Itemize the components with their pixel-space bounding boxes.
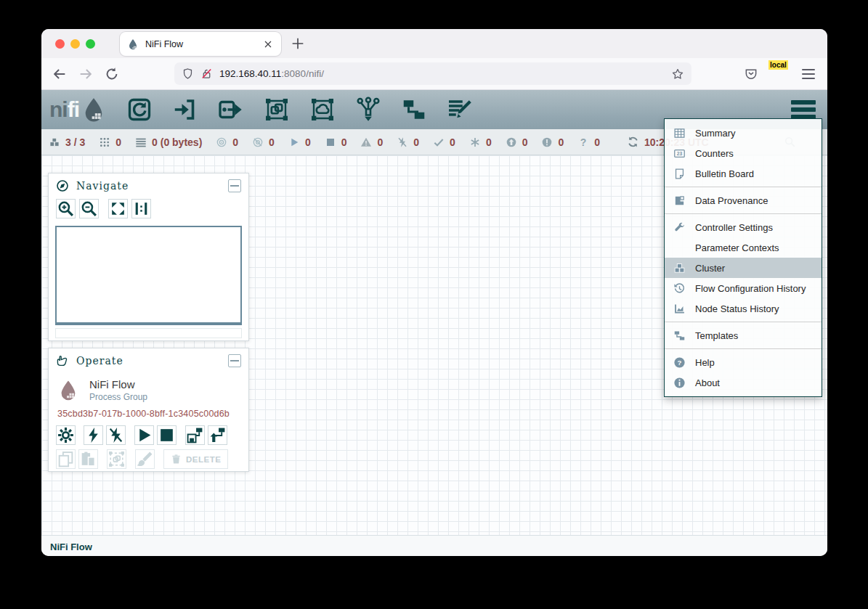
url-text: 192.168.40.11:8080/nifi/ <box>219 68 671 79</box>
zoom-out-button[interactable] <box>79 199 99 218</box>
profile-avatar[interactable]: local <box>773 67 787 81</box>
processor-icon[interactable] <box>126 97 153 123</box>
menu-item-label: Cluster <box>695 263 725 274</box>
delete-button[interactable]: DELETE <box>163 449 228 469</box>
funnel-icon[interactable] <box>355 97 381 123</box>
minimize-window-button[interactable] <box>70 39 80 49</box>
menu-divider <box>665 187 822 187</box>
global-menu-button[interactable] <box>791 100 816 119</box>
stop-button[interactable] <box>157 425 177 445</box>
menu-item-cluster[interactable]: Cluster <box>665 258 822 278</box>
status-disabled: 0 <box>397 136 419 148</box>
status-queued: 0 (0 bytes) <box>135 136 202 148</box>
menu-item-data-provenance[interactable]: Data Provenance <box>665 190 822 211</box>
status-stale: 0 <box>506 136 528 148</box>
status-sync-failure-count: 0 <box>594 136 600 148</box>
menu-item-parameter-contexts[interactable]: Parameter Contexts <box>665 237 822 258</box>
close-window-button[interactable] <box>55 39 65 49</box>
process-group-icon[interactable] <box>264 97 290 123</box>
menu-item-flow-configuration-history[interactable]: Flow Configuration History <box>665 278 822 298</box>
menu-item-summary[interactable]: Summary <box>665 123 822 143</box>
operate-collapse-button[interactable] <box>228 354 241 367</box>
process-group-droplet-icon <box>57 378 79 402</box>
shield-icon[interactable] <box>182 68 194 80</box>
tab-close-icon[interactable] <box>262 38 274 50</box>
label-icon[interactable] <box>447 97 473 123</box>
forward-button[interactable] <box>78 66 94 82</box>
browser-tab[interactable]: NiFi Flow <box>120 32 281 56</box>
remote-process-group-icon[interactable] <box>309 97 336 123</box>
menu-item-controller-settings[interactable]: Controller Settings <box>665 217 822 237</box>
bookmark-star-icon[interactable] <box>671 68 684 81</box>
template-icon[interactable] <box>401 97 427 123</box>
browser-menu-button[interactable] <box>802 69 815 79</box>
copy-button[interactable] <box>56 449 76 469</box>
pocket-icon[interactable] <box>744 67 758 81</box>
status-up-to-date-count: 0 <box>450 136 455 148</box>
refresh-icon[interactable] <box>627 136 639 148</box>
profile-badge: local <box>768 60 788 70</box>
insecure-lock-icon[interactable] <box>200 68 213 80</box>
svg-text:?: ? <box>580 136 587 148</box>
group-button[interactable] <box>107 449 126 469</box>
component-toolbar <box>126 97 473 123</box>
menu-item-counters[interactable]: 23Counters <box>665 143 822 163</box>
trash-icon <box>171 454 182 465</box>
status-disabled-count: 0 <box>413 136 419 148</box>
url-bar[interactable]: 192.168.40.11:8080/nifi/ <box>174 62 691 85</box>
disable-button[interactable] <box>106 425 126 445</box>
selected-component-type: Process Group <box>89 392 147 402</box>
status-locally-modified-stale-count: 0 <box>558 136 564 148</box>
birdseye-minimap[interactable] <box>55 226 242 325</box>
output-port-icon[interactable] <box>218 97 244 123</box>
enable-button[interactable] <box>84 425 103 445</box>
menu-item-help[interactable]: ?Help <box>665 352 822 372</box>
status-cluster-count: 3 / 3 <box>65 136 85 148</box>
menu-item-about[interactable]: About <box>665 372 822 393</box>
breadcrumb[interactable]: NiFi Flow <box>50 541 92 552</box>
menu-item-label: Parameter Contexts <box>695 242 779 253</box>
status-transmitting-count: 0 <box>232 136 238 148</box>
locally-modified-stale-icon <box>541 136 553 148</box>
not-transmitting-icon <box>252 136 264 148</box>
browser-window: NiFi Flow 192.168.40.11:8080/nifi/ local… <box>41 29 827 556</box>
menu-item-bulletin-board[interactable]: Bulletin Board <box>665 163 822 184</box>
tab-bar: NiFi Flow <box>41 29 827 58</box>
status-locally-modified: 0 <box>469 136 492 148</box>
status-stopped-count: 0 <box>341 136 347 148</box>
start-button[interactable] <box>134 425 154 445</box>
threads-icon <box>99 136 110 148</box>
zoom-in-button[interactable] <box>56 199 76 218</box>
zoom-window-button[interactable] <box>86 39 95 49</box>
menu-item-templates[interactable]: Templates <box>665 325 822 346</box>
disabled-icon <box>397 136 408 148</box>
queued-icon <box>135 136 147 148</box>
save-template-button[interactable] <box>185 425 205 445</box>
invalid-icon <box>360 136 372 148</box>
menu-divider <box>665 348 822 349</box>
menu-item-label: Counters <box>695 148 734 159</box>
menu-item-label: Data Provenance <box>695 195 768 206</box>
navigate-collapse-button[interactable] <box>228 179 241 192</box>
tab-title: NiFi Flow <box>145 39 262 49</box>
wrench-icon <box>673 221 686 234</box>
zoom-actual-button[interactable] <box>131 199 151 218</box>
new-tab-button[interactable] <box>290 36 306 52</box>
about-icon <box>673 377 686 389</box>
cluster-icon <box>49 136 60 148</box>
reload-button[interactable] <box>104 66 120 82</box>
browser-navbar: 192.168.40.11:8080/nifi/ local <box>41 58 827 90</box>
breadcrumb-bar: NiFi Flow <box>41 535 827 556</box>
history-icon <box>673 282 686 295</box>
input-port-icon[interactable] <box>172 97 198 123</box>
upload-template-button[interactable] <box>208 425 227 445</box>
change-color-button[interactable] <box>135 449 155 469</box>
zoom-fit-button[interactable] <box>108 199 128 218</box>
menu-item-label: Controller Settings <box>695 222 773 233</box>
status-queued-count: 0 (0 bytes) <box>152 136 202 148</box>
menu-item-node-status-history[interactable]: Node Status History <box>665 298 822 319</box>
paste-button[interactable] <box>78 449 98 469</box>
back-button[interactable] <box>52 66 68 82</box>
configure-button[interactable] <box>56 425 76 445</box>
locally-modified-icon <box>469 136 481 148</box>
